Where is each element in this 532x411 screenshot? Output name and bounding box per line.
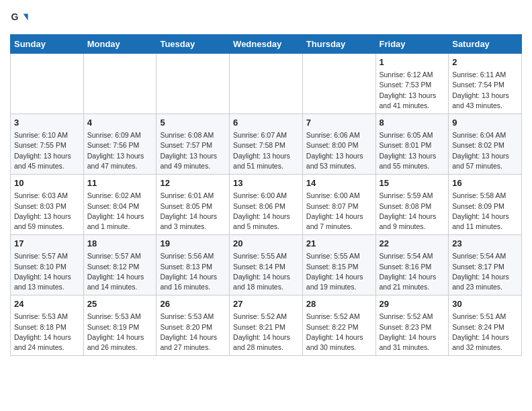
day-number: 5 xyxy=(160,117,226,129)
day-info: Sunrise: 5:52 AM Sunset: 8:22 PM Dayligh… xyxy=(306,312,372,353)
day-info: Sunrise: 6:10 AM Sunset: 7:55 PM Dayligh… xyxy=(14,130,80,171)
day-info: Sunrise: 5:52 AM Sunset: 8:21 PM Dayligh… xyxy=(233,312,299,353)
day-number: 1 xyxy=(380,56,445,68)
calendar-cell: 3Sunrise: 6:10 AM Sunset: 7:55 PM Daylig… xyxy=(11,114,84,175)
day-info: Sunrise: 5:59 AM Sunset: 8:08 PM Dayligh… xyxy=(380,191,445,232)
calendar-cell xyxy=(83,54,157,114)
calendar-cell: 30Sunrise: 5:51 AM Sunset: 8:24 PM Dayli… xyxy=(449,295,522,356)
calendar-cell xyxy=(11,54,84,114)
calendar-week-row: 24Sunrise: 5:53 AM Sunset: 8:18 PM Dayli… xyxy=(11,295,522,356)
calendar-cell: 22Sunrise: 5:54 AM Sunset: 8:16 PM Dayli… xyxy=(375,235,449,295)
calendar-cell xyxy=(157,54,230,114)
day-info: Sunrise: 5:56 AM Sunset: 8:13 PM Dayligh… xyxy=(160,251,226,292)
day-info: Sunrise: 5:54 AM Sunset: 8:16 PM Dayligh… xyxy=(380,251,445,292)
calendar-cell: 4Sunrise: 6:09 AM Sunset: 7:56 PM Daylig… xyxy=(83,114,157,175)
calendar-cell: 15Sunrise: 5:59 AM Sunset: 8:08 PM Dayli… xyxy=(375,175,449,235)
calendar-cell: 11Sunrise: 6:02 AM Sunset: 8:04 PM Dayli… xyxy=(83,175,157,235)
day-number: 27 xyxy=(233,298,299,310)
day-info: Sunrise: 5:57 AM Sunset: 8:12 PM Dayligh… xyxy=(87,251,153,292)
day-number: 16 xyxy=(452,177,518,189)
weekday-header-sunday: Sunday xyxy=(11,35,84,54)
day-number: 25 xyxy=(87,298,153,310)
calendar-cell: 24Sunrise: 5:53 AM Sunset: 8:18 PM Dayli… xyxy=(11,295,84,356)
calendar-cell: 13Sunrise: 6:00 AM Sunset: 8:06 PM Dayli… xyxy=(230,175,303,235)
logo: G xyxy=(10,10,30,29)
calendar-week-row: 10Sunrise: 6:03 AM Sunset: 8:03 PM Dayli… xyxy=(11,175,522,235)
day-number: 9 xyxy=(452,117,518,129)
day-info: Sunrise: 6:11 AM Sunset: 7:54 PM Dayligh… xyxy=(452,70,518,111)
day-info: Sunrise: 6:07 AM Sunset: 7:58 PM Dayligh… xyxy=(233,130,299,171)
day-number: 17 xyxy=(14,238,80,250)
day-number: 10 xyxy=(14,177,80,189)
calendar-cell: 25Sunrise: 5:53 AM Sunset: 8:19 PM Dayli… xyxy=(83,295,157,356)
calendar-cell: 21Sunrise: 5:55 AM Sunset: 8:15 PM Dayli… xyxy=(302,235,375,295)
calendar-cell: 14Sunrise: 6:00 AM Sunset: 8:07 PM Dayli… xyxy=(302,175,375,235)
day-info: Sunrise: 5:55 AM Sunset: 8:14 PM Dayligh… xyxy=(233,251,299,292)
day-number: 20 xyxy=(233,238,299,250)
day-number: 14 xyxy=(306,177,372,189)
calendar-cell xyxy=(302,54,375,114)
day-number: 21 xyxy=(306,238,372,250)
calendar-week-row: 3Sunrise: 6:10 AM Sunset: 7:55 PM Daylig… xyxy=(11,114,522,175)
day-number: 13 xyxy=(233,177,299,189)
day-number: 24 xyxy=(14,298,80,310)
calendar-cell: 5Sunrise: 6:08 AM Sunset: 7:57 PM Daylig… xyxy=(157,114,230,175)
calendar-table: SundayMondayTuesdayWednesdayThursdayFrid… xyxy=(10,34,522,356)
logo-icon: G xyxy=(10,10,29,29)
calendar-cell: 23Sunrise: 5:54 AM Sunset: 8:17 PM Dayli… xyxy=(449,235,522,295)
day-number: 22 xyxy=(380,238,445,250)
day-info: Sunrise: 6:00 AM Sunset: 8:06 PM Dayligh… xyxy=(233,191,299,232)
day-info: Sunrise: 6:04 AM Sunset: 8:02 PM Dayligh… xyxy=(452,130,518,171)
weekday-header-tuesday: Tuesday xyxy=(157,35,230,54)
day-info: Sunrise: 5:53 AM Sunset: 8:18 PM Dayligh… xyxy=(14,312,80,353)
day-info: Sunrise: 5:54 AM Sunset: 8:17 PM Dayligh… xyxy=(452,251,518,292)
day-info: Sunrise: 5:52 AM Sunset: 8:23 PM Dayligh… xyxy=(380,312,445,353)
day-info: Sunrise: 5:53 AM Sunset: 8:20 PM Dayligh… xyxy=(160,312,226,353)
calendar-cell xyxy=(230,54,303,114)
header: G xyxy=(10,7,522,29)
calendar-cell: 2Sunrise: 6:11 AM Sunset: 7:54 PM Daylig… xyxy=(449,54,522,114)
day-info: Sunrise: 6:01 AM Sunset: 8:05 PM Dayligh… xyxy=(160,191,226,232)
weekday-header-saturday: Saturday xyxy=(449,35,522,54)
day-info: Sunrise: 6:09 AM Sunset: 7:56 PM Dayligh… xyxy=(87,130,153,171)
day-number: 2 xyxy=(452,56,518,68)
day-number: 30 xyxy=(452,298,518,310)
calendar-cell: 1Sunrise: 6:12 AM Sunset: 7:53 PM Daylig… xyxy=(375,54,449,114)
day-info: Sunrise: 6:03 AM Sunset: 8:03 PM Dayligh… xyxy=(14,191,80,232)
day-number: 7 xyxy=(306,117,372,129)
day-number: 6 xyxy=(233,117,299,129)
day-number: 28 xyxy=(306,298,372,310)
weekday-header-thursday: Thursday xyxy=(302,35,375,54)
day-info: Sunrise: 6:02 AM Sunset: 8:04 PM Dayligh… xyxy=(87,191,153,232)
day-info: Sunrise: 6:12 AM Sunset: 7:53 PM Dayligh… xyxy=(380,70,445,111)
day-info: Sunrise: 5:58 AM Sunset: 8:09 PM Dayligh… xyxy=(452,191,518,232)
day-info: Sunrise: 5:57 AM Sunset: 8:10 PM Dayligh… xyxy=(14,251,80,292)
calendar-cell: 28Sunrise: 5:52 AM Sunset: 8:22 PM Dayli… xyxy=(302,295,375,356)
day-number: 23 xyxy=(452,238,518,250)
calendar-cell: 12Sunrise: 6:01 AM Sunset: 8:05 PM Dayli… xyxy=(157,175,230,235)
weekday-header-wednesday: Wednesday xyxy=(230,35,303,54)
day-number: 29 xyxy=(380,298,445,310)
page: G SundayMondayTuesdayWednesdayThursdayFr… xyxy=(0,0,532,366)
day-info: Sunrise: 6:06 AM Sunset: 8:00 PM Dayligh… xyxy=(306,130,372,171)
day-info: Sunrise: 6:00 AM Sunset: 8:07 PM Dayligh… xyxy=(306,191,372,232)
day-info: Sunrise: 5:51 AM Sunset: 8:24 PM Dayligh… xyxy=(452,312,518,353)
weekday-header-monday: Monday xyxy=(83,35,157,54)
day-info: Sunrise: 5:55 AM Sunset: 8:15 PM Dayligh… xyxy=(306,251,372,292)
calendar-cell: 6Sunrise: 6:07 AM Sunset: 7:58 PM Daylig… xyxy=(230,114,303,175)
calendar-cell: 18Sunrise: 5:57 AM Sunset: 8:12 PM Dayli… xyxy=(83,235,157,295)
svg-marker-1 xyxy=(24,14,28,21)
day-number: 11 xyxy=(87,177,153,189)
day-info: Sunrise: 6:05 AM Sunset: 8:01 PM Dayligh… xyxy=(380,130,445,171)
calendar-week-row: 17Sunrise: 5:57 AM Sunset: 8:10 PM Dayli… xyxy=(11,235,522,295)
svg-text:G: G xyxy=(11,11,18,22)
calendar-week-row: 1Sunrise: 6:12 AM Sunset: 7:53 PM Daylig… xyxy=(11,54,522,114)
day-number: 15 xyxy=(380,177,445,189)
day-number: 4 xyxy=(87,117,153,129)
calendar-cell: 17Sunrise: 5:57 AM Sunset: 8:10 PM Dayli… xyxy=(11,235,84,295)
day-number: 18 xyxy=(87,238,153,250)
day-info: Sunrise: 6:08 AM Sunset: 7:57 PM Dayligh… xyxy=(160,130,226,171)
day-number: 26 xyxy=(160,298,226,310)
day-number: 12 xyxy=(160,177,226,189)
calendar-cell: 10Sunrise: 6:03 AM Sunset: 8:03 PM Dayli… xyxy=(11,175,84,235)
